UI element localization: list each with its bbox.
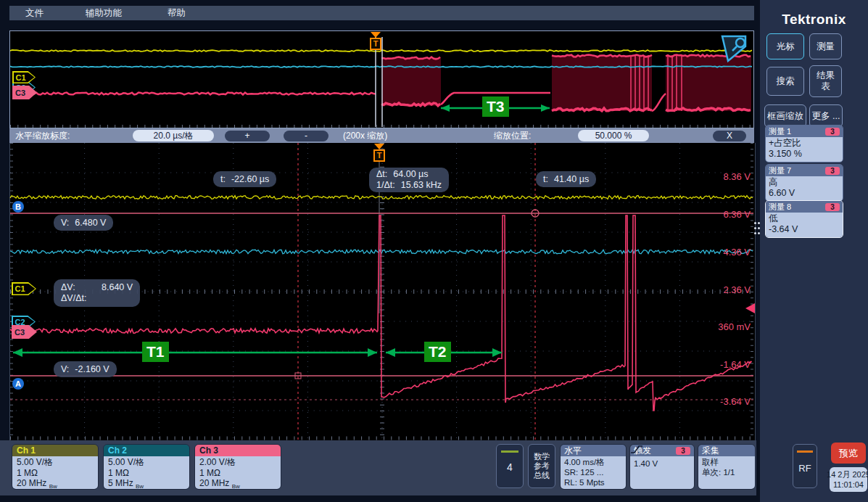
axis-label-0: 8.36 V xyxy=(700,171,751,182)
rf-color-line xyxy=(797,450,813,453)
math-ref-bus-button[interactable]: 数学 参考 总线 xyxy=(528,444,555,488)
search-button[interactable]: 搜索 xyxy=(766,67,804,96)
source-badge: 3 xyxy=(825,128,840,136)
horizontal-badge[interactable]: 水平 4.00 ms/格 SR: 125 ... RL: 5 Mpts xyxy=(560,444,627,490)
zoom-out-button[interactable]: - xyxy=(284,131,328,141)
cursor-b-time-readout[interactable]: t: 41.40 µs xyxy=(536,171,596,187)
zoom-magnifier-icon[interactable] xyxy=(719,33,750,64)
ch1-badge[interactable]: Ch 1 5.00 V/格 1 MΩ 20 MHz Bw xyxy=(12,444,99,490)
axis-label-6: -3.64 V xyxy=(700,396,751,407)
measure-button[interactable]: 测量 xyxy=(809,33,842,59)
cursor-a-voltage-readout[interactable]: V: -2.160 V xyxy=(54,361,117,377)
results-table-button[interactable]: 结果 表 xyxy=(809,65,842,97)
ch3-badge[interactable]: Ch 3 2.00 V/格 1 MΩ 20 MHz Bw xyxy=(194,444,281,490)
axis-label-2: 4.36 V xyxy=(700,247,751,258)
menu-utility[interactable]: 辅助功能 xyxy=(86,7,122,20)
ch2-badge[interactable]: Ch 2 5.00 V/格 1 MΩ 5 MHz Bw xyxy=(103,444,190,490)
datetime-badge: 14 2月 2025 11:01:04 xyxy=(830,467,867,492)
overview-trigger-marker[interactable]: T xyxy=(370,32,381,50)
main-waveform-panel: T t: -22.60 µs Δt: 64.00 µs 1/Δt: 15.63 … xyxy=(9,143,756,440)
t3-annotation: T3 xyxy=(482,96,509,117)
trigger-level-arrow-icon[interactable] xyxy=(745,303,755,313)
axis-label-3: 2.36 V xyxy=(700,284,751,295)
source-badge: 3 xyxy=(825,203,840,211)
measurement-card-7[interactable]: 测量 7 3 高 6.60 V xyxy=(765,164,843,202)
cursor-b-badge[interactable]: B xyxy=(12,201,24,213)
measurement-card-8[interactable]: 测量 8 3 低 -3.64 V xyxy=(765,200,843,238)
right-sidebar: Tektronix 光标 测量 搜索 结果 表 框画缩放 更多 ... 测量 1… xyxy=(760,0,868,502)
delta-t-readout: Δt: 64.00 µs 1/Δt: 15.63 kHz xyxy=(369,168,449,192)
trigger-arrow-icon xyxy=(374,144,384,149)
preview-button[interactable]: 预览 xyxy=(831,443,866,464)
tektronix-logo: Tektronix xyxy=(760,12,868,28)
t2-annotation: T2 xyxy=(424,342,451,362)
trigger-source-badge: 3 xyxy=(676,447,690,455)
axis-label-5: -1.64 V xyxy=(700,359,751,370)
zoom-position-label: 缩放位置: xyxy=(494,130,531,142)
measurement-card-1[interactable]: 测量 1 3 +占空比 3.150 % xyxy=(765,125,843,162)
panel-drag-handle[interactable] xyxy=(754,222,760,242)
zoom-factor-label: (200x 缩放) xyxy=(343,130,387,142)
menu-file[interactable]: 文件 xyxy=(25,7,44,20)
zoom-close-button[interactable]: X xyxy=(713,131,746,141)
cursor-a-badge[interactable]: A xyxy=(12,378,24,390)
zoom-scale-label: 水平缩放标度: xyxy=(15,130,70,142)
zoom-in-button[interactable]: + xyxy=(225,131,270,141)
ch4-color-line xyxy=(501,450,518,453)
bottom-settings-bar: Ch 1 5.00 V/格 1 MΩ 20 MHz Bw Ch 2 5.00 V… xyxy=(0,440,756,495)
t1-annotation: T1 xyxy=(142,342,169,362)
trigger-arrow-icon xyxy=(371,32,381,38)
zoom-position-value[interactable]: 50.000 % xyxy=(578,130,649,141)
zoom-scale-value[interactable]: 20.0 µs/格 xyxy=(133,130,214,141)
cursor-b-voltage-readout[interactable]: V: 6.480 V xyxy=(54,215,113,231)
overview-waveform-panel: C2 C1 C3 T T3 xyxy=(9,30,754,128)
axis-label-1: 6.36 V xyxy=(700,209,751,220)
menu-bar: 文件 辅助功能 帮助 xyxy=(9,6,754,20)
source-badge: 3 xyxy=(825,167,840,175)
cursors-button[interactable]: 光标 xyxy=(766,33,804,59)
overview-traces xyxy=(10,31,753,128)
menu-help[interactable]: 帮助 xyxy=(168,7,186,20)
rf-button[interactable]: RF xyxy=(793,444,817,488)
main-trigger-marker[interactable]: T xyxy=(373,144,385,162)
cursor-a-time-readout[interactable]: t: -22.60 µs xyxy=(213,171,276,187)
rising-edge-icon xyxy=(630,445,643,454)
add-ch4-button[interactable]: 4 xyxy=(496,444,524,488)
delta-v-readout: ΔV: 8.640 V ΔV/Δt: xyxy=(54,279,140,307)
trigger-badge[interactable]: 触发 3 1.40 V xyxy=(629,444,695,490)
horizontal-zoom-bar: 水平缩放标度: 20.0 µs/格 + - (200x 缩放) 缩放位置: 50… xyxy=(9,128,754,143)
axis-label-4: 360 mV xyxy=(700,321,751,332)
acquisition-badge[interactable]: 采集 取样 单次: 1/1 xyxy=(698,444,756,490)
